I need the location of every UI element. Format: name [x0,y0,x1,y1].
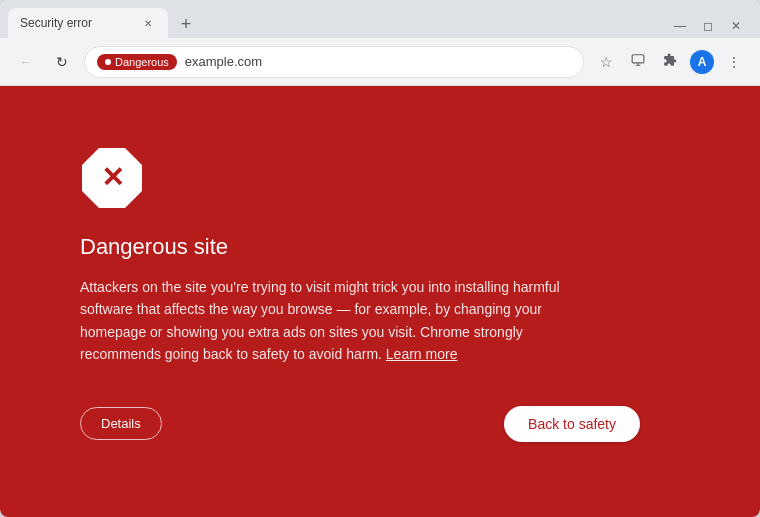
toolbar-actions: ☆ A [592,48,748,76]
details-button[interactable]: Details [80,407,162,440]
error-description: Attackers on the site you're trying to v… [80,276,560,366]
new-tab-button[interactable]: + [172,10,200,38]
error-page: ✕ Dangerous site Attackers on the site y… [0,86,760,517]
bookmark-button[interactable]: ☆ [592,48,620,76]
error-description-text: Attackers on the site you're trying to v… [80,279,560,362]
browser-toolbar: ← ↻ Dangerous example.com ☆ [0,38,760,86]
error-actions: Details Back to safety [80,406,640,442]
tab-title: Security error [20,16,132,30]
window-controls: — ◻ ✕ [672,18,752,38]
profile-initial: A [698,55,707,69]
tab-search-icon [631,53,645,70]
menu-icon: ⋮ [727,54,741,70]
address-bar[interactable]: Dangerous example.com [84,46,584,78]
tab-search-button[interactable] [624,48,652,76]
extensions-button[interactable] [656,48,684,76]
menu-button[interactable]: ⋮ [720,48,748,76]
minimize-button[interactable]: — [672,18,688,34]
x-icon: ✕ [101,164,124,192]
back-icon: ← [19,54,33,70]
learn-more-link[interactable]: Learn more [386,346,458,362]
tab-bar: Security error ✕ + — ◻ ✕ [0,0,760,38]
back-to-safety-button[interactable]: Back to safety [504,406,640,442]
profile-button[interactable]: A [688,48,716,76]
error-icon: ✕ [80,146,144,210]
profile-avatar: A [690,50,714,74]
restore-button[interactable]: ◻ [700,18,716,34]
active-tab[interactable]: Security error ✕ [8,8,168,38]
dangerous-label: Dangerous [115,56,169,68]
tab-close-button[interactable]: ✕ [140,15,156,31]
error-title: Dangerous site [80,234,228,260]
badge-dot [105,59,111,65]
url-display: example.com [185,54,262,69]
extensions-icon [663,53,677,70]
dangerous-badge: Dangerous [97,54,177,70]
svg-rect-0 [632,55,644,63]
back-button[interactable]: ← [12,48,40,76]
bookmark-icon: ☆ [600,54,613,70]
error-icon-container: ✕ [80,146,144,210]
browser-window: Security error ✕ + — ◻ ✕ ← ↻ Dangerous e… [0,0,760,517]
refresh-icon: ↻ [56,54,68,70]
refresh-button[interactable]: ↻ [48,48,76,76]
close-button[interactable]: ✕ [728,18,744,34]
